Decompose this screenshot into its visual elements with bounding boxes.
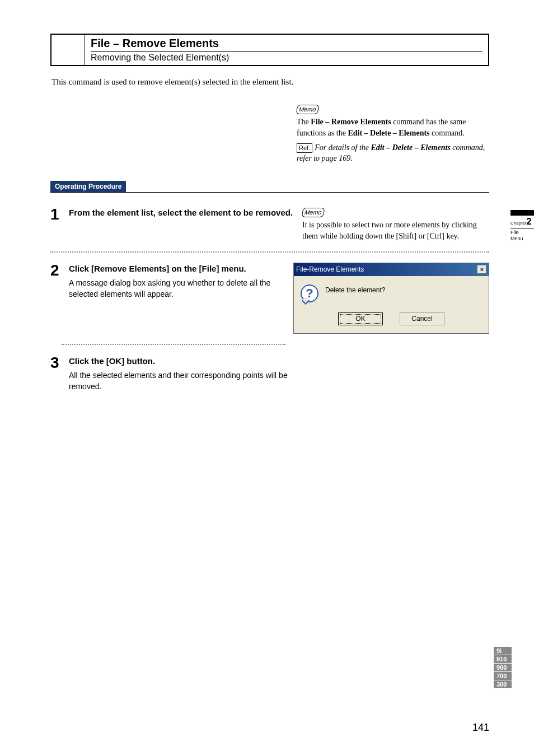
memo-label-step1: Memo (301, 208, 325, 217)
dialog-box: File-Remove Elements × ? Delete the elem… (293, 263, 489, 334)
step-2-desc: A message dialog box asking you whether … (69, 278, 288, 300)
cancel-button[interactable]: Cancel (400, 312, 444, 325)
step-number-3: 3 (50, 355, 66, 392)
dialog-titlebar: File-Remove Elements × (294, 263, 489, 276)
title-left-spacer (51, 35, 85, 65)
step-1-title: From the element list, select the elemen… (69, 207, 293, 218)
step-3: 3 Click the [OK] button. All the selecte… (50, 355, 489, 392)
memo-text: The File – Remove Elements command has t… (297, 116, 489, 138)
step-1-memo-text: It is possible to select two or more ele… (302, 220, 489, 241)
side-num: 300 (494, 680, 512, 688)
operating-procedure-divider: Operating Procedure (50, 181, 489, 193)
title-sub: Removing the Selected Element(s) (91, 52, 483, 63)
page-number: 141 (472, 722, 489, 734)
step-1: 1 From the element list, select the elem… (50, 207, 489, 242)
chapter-tab: Chapter2 File Menu (510, 210, 534, 242)
dotted-divider-1 (50, 251, 489, 253)
step-number-1: 1 (50, 207, 66, 242)
step-2: 2 Click [Remove Elements] on the [File] … (50, 263, 489, 334)
dotted-divider-2 (62, 344, 285, 345)
side-num: 9i (494, 647, 512, 655)
ok-button[interactable]: OK (338, 312, 383, 325)
step-2-title: Click [Remove Elements] on the [File] me… (69, 263, 288, 274)
memo-label: Memo (296, 105, 319, 114)
close-icon[interactable]: × (477, 265, 486, 274)
dialog-message: Delete the element? (325, 284, 385, 295)
title-main: File – Remove Elements (91, 37, 483, 52)
chapter-menu-text: File Menu (510, 228, 534, 242)
side-number-list: 9i 910 900 700 300 (494, 647, 512, 689)
chapter-label: Chapter2 (510, 216, 534, 228)
question-icon: ? (301, 284, 318, 302)
ref-label: Ref. (297, 143, 312, 153)
ref-text: Ref.For details of the Edit – Delete – E… (297, 142, 489, 164)
side-num: 900 (494, 664, 512, 671)
step-3-title: Click the [OK] button. (69, 355, 297, 367)
side-num: 910 (494, 655, 512, 663)
step-3-desc: All the selected elements and their corr… (69, 370, 297, 392)
side-num: 700 (494, 672, 512, 680)
step-number-2: 2 (50, 263, 66, 334)
dialog-title: File-Remove Elements (296, 265, 364, 274)
operating-procedure-label: Operating Procedure (50, 181, 126, 192)
intro-text: This command is used to remove element(s… (51, 77, 489, 87)
memo-block-top: Memo The File – Remove Elements command … (297, 104, 489, 164)
title-block: File – Remove Elements Removing the Sele… (50, 34, 489, 66)
step-1-memo: Memo It is possible to select two or mor… (297, 207, 489, 242)
